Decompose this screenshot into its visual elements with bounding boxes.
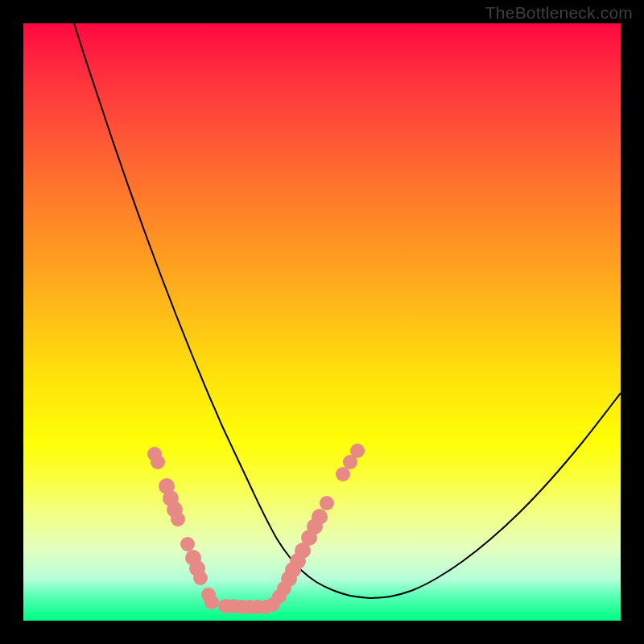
highlight-markers	[147, 444, 365, 614]
marker-dot	[312, 509, 328, 525]
marker-dot	[204, 595, 219, 609]
marker-dot	[193, 571, 208, 585]
bottleneck-curve	[74, 23, 621, 598]
plot-area	[23, 23, 621, 621]
marker-dot	[336, 467, 350, 481]
curve-layer	[23, 23, 621, 621]
watermark-label: TheBottleneck.com	[485, 3, 633, 23]
marker-dot	[350, 444, 365, 458]
marker-dot	[180, 537, 195, 551]
marker-dot	[320, 496, 334, 510]
marker-dot	[151, 455, 165, 469]
marker-dot	[171, 512, 185, 526]
chart-frame: TheBottleneck.com	[0, 0, 644, 644]
